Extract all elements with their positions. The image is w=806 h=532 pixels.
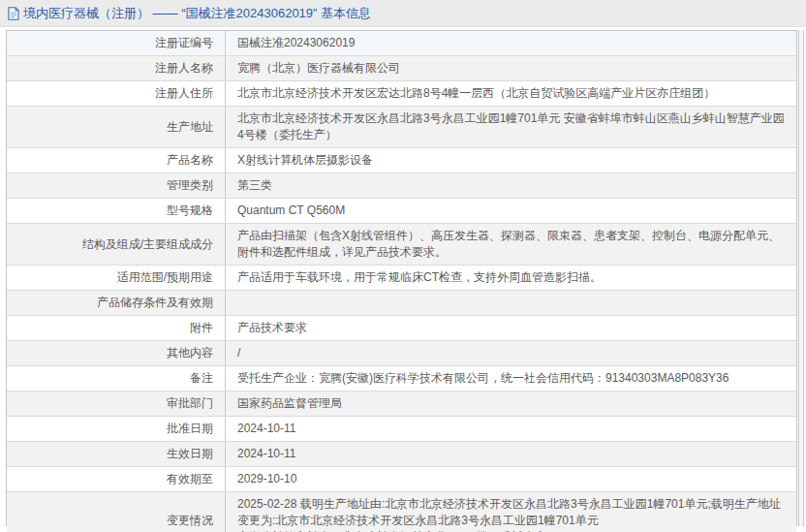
row-value: 第三类 [226, 173, 796, 198]
table-row: 产品名称X射线计算机体层摄影设备 [7, 148, 796, 173]
row-value: Quantum CT Q560M [226, 199, 796, 223]
row-label-text: 备注 [190, 370, 213, 387]
row-value-text: 2024-10-11 [237, 446, 296, 462]
table-row: 结构及组成/主要组成成分产品由扫描架（包含X射线管组件）、高压发生器、探测器、限… [7, 224, 796, 266]
row-label-text: 附件 [190, 320, 213, 336]
row-label-text: 批准日期 [167, 421, 213, 437]
row-value: 受托生产企业：宽腾(安徽)医疗科学技术有限公司，统一社会信用代码：9134030… [226, 366, 796, 391]
row-value-text: 2025-02-28 载明生产地址由:北京市北京经济技术开发区永昌北路3号永昌工… [237, 496, 785, 532]
row-label-text: 注册人名称 [155, 60, 213, 77]
row-label: 产品储存条件及有效期 [7, 291, 226, 315]
table-row: 批准日期2024-10-11 [7, 417, 796, 442]
row-label: 管理类别 [7, 173, 226, 198]
row-label-text: 生效日期 [167, 446, 213, 462]
row-value: 2024-10-11 [226, 442, 796, 466]
row-value: 北京市北京经济技术开发区永昌北路3号永昌工业园1幢701单元 安徽省蚌埠市蚌山区… [226, 107, 796, 147]
row-label: 附件 [7, 316, 226, 340]
row-value: 产品技术要求 [226, 316, 796, 340]
row-label-text: 注册证编号 [155, 35, 213, 51]
row-label: 有效期至 [7, 467, 226, 491]
table-row: 审批部门国家药品监督管理局 [7, 391, 796, 417]
row-label: 适用范围/预期用途 [7, 266, 226, 290]
row-label: 审批部门 [7, 391, 226, 416]
row-label: 注册证编号 [7, 31, 226, 55]
row-value: 宽腾（北京）医疗器械有限公司 [226, 56, 796, 80]
page-title: 境内医疗器械（注册） —— “国械注准20243062019” 基本信息 [23, 5, 371, 22]
row-label: 备注 [7, 366, 226, 391]
row-label: 结构及组成/主要组成成分 [7, 224, 226, 265]
row-label-text: 产品储存条件及有效期 [97, 295, 213, 311]
row-label: 变更情况 [7, 492, 226, 532]
row-value: 2024-10-11 [226, 417, 796, 441]
row-label: 批准日期 [7, 417, 226, 441]
table-row: 变更情况2025-02-28 载明生产地址由:北京市北京经济技术开发区永昌北路3… [7, 492, 796, 532]
row-value: 2029-10-10 [226, 467, 796, 491]
row-value: 2025-02-28 载明生产地址由:北京市北京经济技术开发区永昌北路3号永昌工… [226, 492, 796, 532]
row-label-text: 型号规格 [167, 203, 213, 219]
row-label-text: 变更情况 [167, 513, 213, 529]
row-value-text: 2024-10-11 [237, 421, 296, 437]
table-row: 生效日期2024-10-11 [7, 442, 796, 467]
row-label: 注册人住所 [7, 81, 226, 106]
row-label: 注册人名称 [7, 56, 226, 80]
row-label-text: 适用范围/预期用途 [117, 269, 213, 286]
table-row: 备注受托生产企业：宽腾(安徽)医疗科学技术有限公司，统一社会信用代码：91340… [7, 366, 796, 391]
row-value-text: / [237, 345, 240, 361]
row-value-text: 受托生产企业：宽腾(安徽)医疗科学技术有限公司，统一社会信用代码：9134030… [237, 370, 728, 387]
row-label-text: 结构及组成/主要组成成分 [82, 236, 213, 253]
row-value: 国家药品监督管理局 [226, 391, 796, 416]
row-value-text: 国械注准20243062019 [237, 35, 355, 51]
row-value-text: 第三类 [237, 177, 272, 194]
row-value-text: 2029-10-10 [237, 471, 296, 487]
row-value-text: 北京市北京经济技术开发区永昌北路3号永昌工业园1幢701单元 安徽省蚌埠市蚌山区… [237, 110, 785, 143]
row-value: 国械注准20243062019 [226, 31, 796, 55]
row-label-text: 管理类别 [167, 177, 213, 194]
row-label: 产品名称 [7, 148, 226, 172]
table-row: 注册人住所北京市北京经济技术开发区宏达北路8号4幢一层西（北京自贸试验区高端产业… [7, 81, 796, 107]
table-row: 有效期至2029-10-10 [7, 467, 796, 492]
row-value: 北京市北京经济技术开发区宏达北路8号4幢一层西（北京自贸试验区高端产业片区亦庄组… [226, 81, 796, 106]
row-label: 其他内容 [7, 341, 226, 365]
row-value: 产品适用于车载环境，用于常规临床CT检查，支持外周血管造影扫描。 [226, 266, 796, 290]
row-label-text: 审批部门 [167, 395, 213, 412]
table-row: 适用范围/预期用途产品适用于车载环境，用于常规临床CT检查，支持外周血管造影扫描… [7, 266, 796, 291]
table-row: 生产地址北京市北京经济技术开发区永昌北路3号永昌工业园1幢701单元 安徽省蚌埠… [7, 107, 796, 148]
row-label-text: 生产地址 [167, 119, 213, 136]
table-row: 注册人名称宽腾（北京）医疗器械有限公司 [7, 56, 796, 81]
table-row: 型号规格Quantum CT Q560M [7, 199, 796, 224]
row-value [226, 291, 796, 315]
row-value: / [226, 341, 796, 365]
table-area: 注册证编号国械注准20243062019注册人名称宽腾（北京）医疗器械有限公司注… [6, 30, 804, 526]
table-row: 注册证编号国械注准20243062019 [7, 31, 796, 56]
scrollbar-track[interactable] [798, 30, 804, 526]
row-value-text: 产品适用于车载环境，用于常规临床CT检查，支持外周血管造影扫描。 [237, 269, 602, 286]
row-label-text: 有效期至 [167, 471, 213, 487]
document-icon [8, 7, 19, 20]
row-value-text: 北京市北京经济技术开发区宏达北路8号4幢一层西（北京自贸试验区高端产业片区亦庄组… [237, 85, 715, 102]
row-value: 产品由扫描架（包含X射线管组件）、高压发生器、探测器、限束器、患者支架、控制台、… [226, 224, 796, 265]
row-value-text: 宽腾（北京）医疗器械有限公司 [237, 60, 400, 77]
row-label-text: 注册人住所 [155, 85, 213, 102]
row-label: 生效日期 [7, 442, 226, 466]
row-value-text: X射线计算机体层摄影设备 [237, 152, 373, 169]
row-value-text: 产品由扫描架（包含X射线管组件）、高压发生器、探测器、限束器、患者支架、控制台、… [237, 228, 785, 261]
row-value-text: Quantum CT Q560M [237, 203, 345, 219]
table-row: 产品储存条件及有效期 [7, 291, 796, 316]
table-row: 附件产品技术要求 [7, 316, 796, 341]
header-bar: 境内医疗器械（注册） —— “国械注准20243062019” 基本信息 [0, 0, 806, 27]
row-label-text: 产品名称 [167, 152, 213, 169]
registration-table: 注册证编号国械注准20243062019注册人名称宽腾（北京）医疗器械有限公司注… [6, 30, 797, 526]
table-row: 其他内容/ [7, 341, 796, 366]
row-label: 生产地址 [7, 107, 226, 147]
row-value: X射线计算机体层摄影设备 [226, 148, 796, 172]
row-value-text: 国家药品监督管理局 [237, 395, 342, 412]
row-value-text: 产品技术要求 [237, 320, 307, 336]
row-label-text: 其他内容 [167, 345, 213, 361]
row-label: 型号规格 [7, 199, 226, 223]
table-row: 管理类别第三类 [7, 173, 796, 199]
